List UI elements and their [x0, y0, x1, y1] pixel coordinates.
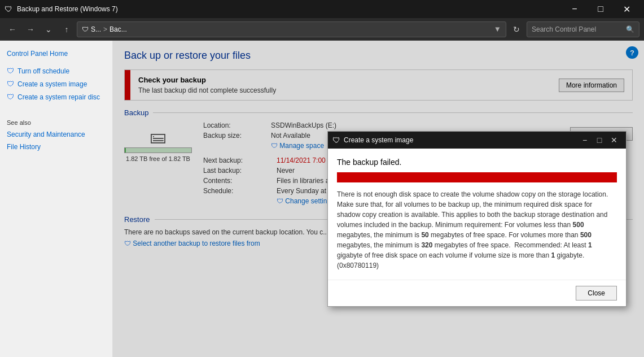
dialog-title: Create a system image [344, 136, 574, 144]
sidebar-item-create-repair-disc[interactable]: 🛡 Create a system repair disc [0, 90, 112, 103]
dialog-maximize-button[interactable]: □ [592, 133, 607, 147]
dialog-icon: 🛡 [332, 136, 340, 145]
sidebar-control-panel-home[interactable]: Control Panel Home [0, 47, 112, 60]
security-label: Security and Maintenance [7, 130, 85, 138]
dialog-failed-title: The backup failed. [337, 158, 617, 167]
sidebar-file-history[interactable]: File History [0, 141, 112, 153]
path-dropdown-button[interactable]: ▼ [494, 25, 501, 33]
back-button[interactable]: ← [5, 21, 20, 37]
sidebar-item-turn-off-schedule[interactable]: 🛡 Turn off schedule [0, 64, 112, 77]
main-window: Control Panel Home 🛡 Turn off schedule 🛡… [0, 41, 644, 357]
address-bar: ← → ⌄ ↑ 🛡 S... > Bac... ▼ ↻ Search Contr… [0, 18, 644, 41]
dialog-close-x-button[interactable]: ✕ [607, 133, 621, 147]
path-separator: > [103, 25, 107, 33]
dialog-close-button[interactable]: Close [576, 286, 617, 301]
search-placeholder: Search Control Panel [532, 25, 596, 33]
search-icon[interactable]: 🔍 [626, 25, 634, 33]
title-bar: 🛡 Backup and Restore (Windows 7) − □ ✕ [0, 0, 644, 18]
create-system-image-dialog: 🛡 Create a system image − □ ✕ The backup… [327, 131, 627, 307]
address-path[interactable]: 🛡 S... > Bac... ▼ [77, 21, 506, 37]
dialog-controls: − □ ✕ [577, 133, 621, 147]
window-controls: − □ ✕ [562, 0, 639, 18]
app-icon: 🛡 [5, 5, 12, 14]
path-part2: Bac... [109, 25, 127, 33]
dialog-message: There is not enough disk space to create… [337, 189, 617, 271]
search-box: Search Control Panel 🔍 [527, 21, 639, 37]
home-label: Control Panel Home [7, 50, 68, 58]
dialog-red-bar [337, 172, 617, 182]
recent-pages-button[interactable]: ⌄ [41, 21, 56, 37]
sidebar-security-maintenance[interactable]: Security and Maintenance [0, 128, 112, 141]
file-history-label: File History [7, 143, 41, 151]
dialog-minimize-button[interactable]: − [577, 133, 592, 147]
content-area: ? Back up or restore your files Check yo… [113, 41, 644, 357]
sidebar-label-2: Create a system image [17, 80, 87, 88]
dialog-footer: Close [328, 280, 626, 306]
window-title: Backup and Restore (Windows 7) [17, 5, 557, 13]
minimize-button[interactable]: − [562, 0, 588, 18]
close-button[interactable]: ✕ [614, 0, 639, 18]
sidebar-label-3: Create a system repair disc [17, 93, 100, 101]
shield-icon-3: 🛡 [7, 93, 14, 101]
forward-button[interactable]: → [23, 21, 38, 37]
refresh-button[interactable]: ↻ [509, 21, 524, 37]
sidebar: Control Panel Home 🛡 Turn off schedule 🛡… [0, 41, 113, 357]
shield-icon-2: 🛡 [7, 80, 14, 88]
path-part1: S... [91, 25, 101, 33]
sidebar-item-create-system-image[interactable]: 🛡 Create a system image [0, 77, 112, 90]
up-button[interactable]: ↑ [59, 21, 75, 37]
path-icon: 🛡 [82, 25, 89, 33]
sidebar-label-1: Turn off schedule [17, 67, 69, 75]
see-also-title: See also [0, 112, 112, 128]
maximize-button[interactable]: □ [588, 0, 614, 18]
dialog-titlebar: 🛡 Create a system image − □ ✕ [328, 132, 626, 149]
shield-icon-1: 🛡 [7, 67, 14, 75]
dialog-content: The backup failed. There is not enough d… [328, 149, 626, 280]
